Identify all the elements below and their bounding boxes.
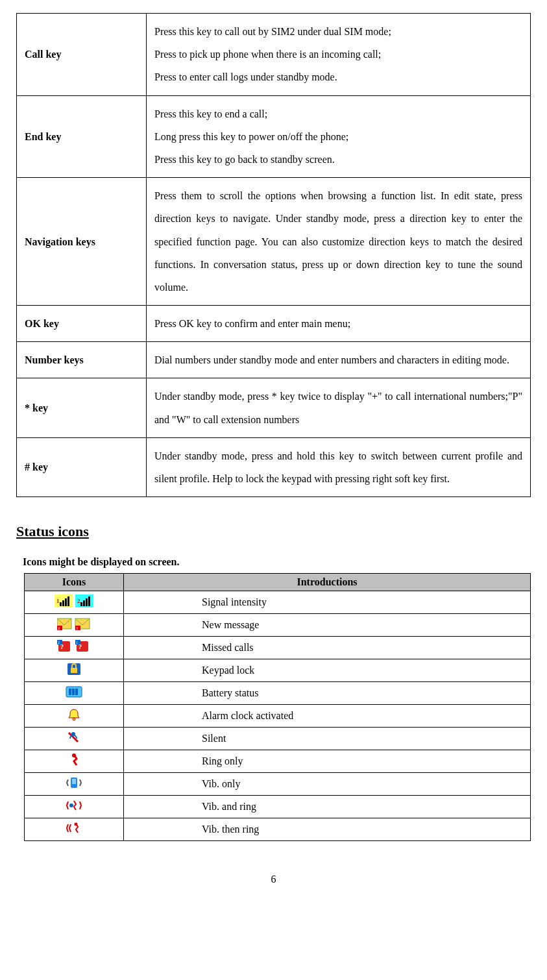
- icon-intro-cell: Keypad lock: [124, 659, 531, 682]
- key-desc-line: Under standby mode, press * key twice to…: [154, 391, 522, 424]
- icons-table-row: Vib. only: [25, 773, 531, 796]
- key-desc-cell: Press this key to call out by SIM2 under…: [147, 14, 531, 96]
- svg-rect-3: [62, 600, 64, 606]
- icons-header-intro: Introductions: [124, 574, 531, 591]
- section-heading-status-icons: Status icons: [16, 523, 531, 540]
- key-desc-line: Press this key to go back to standby scr…: [154, 154, 335, 165]
- icon-cell: [25, 773, 124, 796]
- svg-rect-27: [71, 668, 77, 673]
- icon-intro-cell: Alarm clock activated: [124, 705, 531, 728]
- icon-intro-cell: Ring only: [124, 750, 531, 773]
- svg-rect-30: [72, 689, 75, 695]
- svg-text:1: 1: [76, 641, 78, 644]
- icon-intro-cell: Vib. then ring: [124, 818, 531, 841]
- key-desc-cell: Under standby mode, press * key twice to…: [147, 378, 531, 437]
- svg-point-34: [72, 753, 76, 757]
- key-name-cell: OK key: [17, 306, 147, 342]
- key-desc-line: Press this key to call out by SIM2 under…: [154, 26, 391, 37]
- svg-rect-11: [88, 596, 90, 606]
- svg-rect-2: [60, 602, 62, 606]
- ring-only-icon: [68, 753, 80, 769]
- icon-cell: [25, 682, 124, 705]
- key-desc-line: Press them to scroll the options when br…: [154, 190, 522, 293]
- icon-cell: 2 1: [25, 614, 124, 637]
- key-desc-cell: Under standby mode, press and hold this …: [147, 437, 531, 496]
- vib-then-ring-icon: [66, 822, 82, 837]
- icons-table-row: 1 2 Signal intensity: [25, 591, 531, 614]
- icons-table-row: Vib. and ring: [25, 796, 531, 818]
- icon-intro-cell: Battery status: [124, 682, 531, 705]
- svg-text:2: 2: [77, 598, 80, 604]
- icons-table-row: Battery status: [25, 682, 531, 705]
- svg-rect-9: [83, 600, 85, 606]
- svg-point-37: [69, 803, 73, 807]
- icon-intro-cell: New message: [124, 614, 531, 637]
- icon-cell: [25, 750, 124, 773]
- svg-rect-5: [67, 596, 69, 606]
- icons-table-row: Silent: [25, 728, 531, 750]
- battery-status-icon: [66, 686, 82, 700]
- key-desc-line: Press to pick up phone when there is an …: [154, 49, 381, 60]
- alarm-clock-icon: [67, 708, 80, 724]
- svg-point-33: [71, 732, 75, 736]
- missed-calls-icon: ?2 ?1: [57, 640, 91, 655]
- key-desc-line: Long press this key to power on/off the …: [154, 131, 348, 142]
- svg-text:2: 2: [58, 626, 60, 630]
- vib-only-icon: [66, 776, 82, 792]
- svg-rect-10: [86, 598, 88, 606]
- key-desc-line: Under standby mode, press and hold this …: [154, 450, 522, 484]
- keys-table-row: * keyUnder standby mode, press * key twi…: [17, 378, 531, 437]
- icon-intro-cell: Missed calls: [124, 637, 531, 659]
- vib-and-ring-icon: [66, 799, 82, 815]
- icons-table-row: Alarm clock activated: [25, 705, 531, 728]
- icon-cell: 1 2: [25, 591, 124, 614]
- keypad-lock-icon: [67, 663, 81, 678]
- svg-rect-8: [80, 602, 82, 606]
- icon-intro-cell: Vib. and ring: [124, 796, 531, 818]
- icons-table-row: Vib. then ring: [25, 818, 531, 841]
- keys-table-row: Number keysDial numbers under standby mo…: [17, 342, 531, 378]
- svg-text:1: 1: [76, 626, 79, 630]
- key-desc-cell: Press them to scroll the options when br…: [147, 178, 531, 306]
- icon-cell: [25, 728, 124, 750]
- key-desc-cell: Press this key to end a call;Long press …: [147, 95, 531, 178]
- key-desc-cell: Press OK key to confirm and enter main m…: [147, 306, 531, 342]
- keys-table-row: # keyUnder standby mode, press and hold …: [17, 437, 531, 496]
- key-desc-line: Press this key to end a call;: [154, 108, 267, 119]
- icon-cell: [25, 796, 124, 818]
- keys-table-row: End keyPress this key to end a call;Long…: [17, 95, 531, 178]
- icons-table-row: ?2 ?1 Missed calls: [25, 637, 531, 659]
- icon-cell: [25, 818, 124, 841]
- icons-table: Icons Introductions 1 2 Signal intensity…: [24, 573, 531, 841]
- svg-point-32: [73, 718, 75, 720]
- svg-rect-29: [69, 689, 71, 695]
- key-desc-cell: Dial numbers under standby mode and ente…: [147, 342, 531, 378]
- svg-text:1: 1: [56, 598, 60, 604]
- icon-intro-cell: Signal intensity: [124, 591, 531, 614]
- key-name-cell: Number keys: [17, 342, 147, 378]
- key-name-cell: Navigation keys: [17, 178, 147, 306]
- svg-point-38: [75, 823, 78, 826]
- key-name-cell: # key: [17, 437, 147, 496]
- key-desc-line: Press to enter call logs under standby m…: [154, 71, 337, 82]
- svg-rect-31: [75, 689, 78, 695]
- svg-rect-36: [72, 779, 76, 784]
- key-desc-line: Press OK key to confirm and enter main m…: [154, 318, 350, 329]
- new-message-icon: 2 1: [57, 617, 91, 633]
- icons-table-row: 2 1 New message: [25, 614, 531, 637]
- key-name-cell: * key: [17, 378, 147, 437]
- keys-table: Call keyPress this key to call out by SI…: [16, 13, 531, 497]
- icons-table-header-row: Icons Introductions: [25, 574, 531, 591]
- icons-table-row: Keypad lock: [25, 659, 531, 682]
- signal-intensity-icon: 1 2: [55, 594, 93, 610]
- key-name-cell: Call key: [17, 14, 147, 96]
- icon-intro-cell: Silent: [124, 728, 531, 750]
- icon-cell: [25, 705, 124, 728]
- key-name-cell: End key: [17, 95, 147, 178]
- keys-table-row: OK keyPress OK key to confirm and enter …: [17, 306, 531, 342]
- svg-text:2: 2: [58, 641, 60, 644]
- icons-header-icons: Icons: [25, 574, 124, 591]
- page-number: 6: [16, 874, 531, 885]
- key-desc-line: Dial numbers under standby mode and ente…: [154, 354, 509, 365]
- icons-subhead: Icons might be displayed on screen.: [23, 556, 531, 568]
